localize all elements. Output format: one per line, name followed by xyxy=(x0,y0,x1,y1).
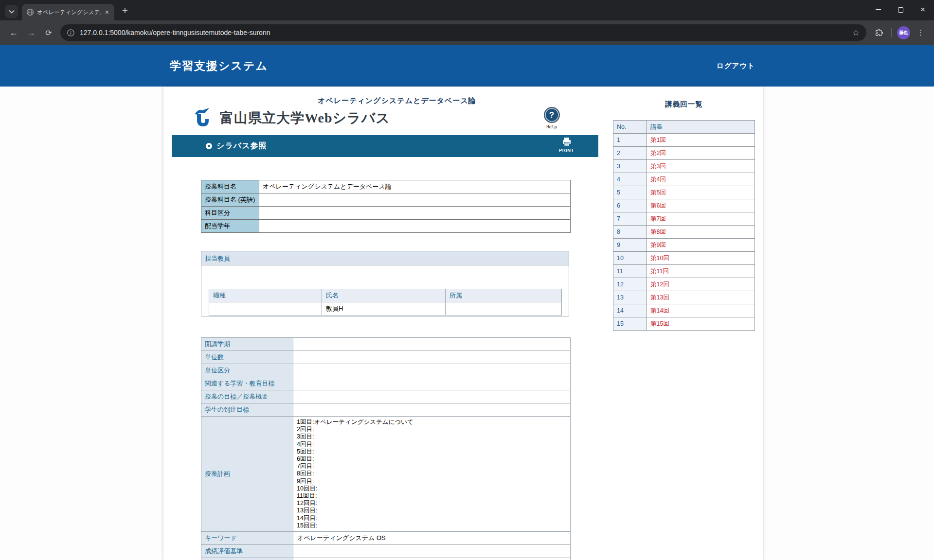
row-label: 科目区分 xyxy=(201,207,259,220)
row-value: オペレーティングシステムとデータベース論 xyxy=(259,180,571,193)
detail-row-value xyxy=(293,364,571,377)
lecture-no: 2 xyxy=(613,147,647,160)
browser-tab[interactable]: オペレーティングシステムとデータベース論 × xyxy=(22,4,114,20)
lecture-link[interactable]: 第13回 xyxy=(650,294,669,301)
lecture-link[interactable]: 第10回 xyxy=(650,255,669,262)
lecture-link[interactable]: 第12回 xyxy=(650,281,669,288)
lecture-link[interactable]: 第9回 xyxy=(650,242,666,248)
logout-link[interactable]: ログアウト xyxy=(717,61,755,70)
lecture-link-cell: 第10回 xyxy=(647,252,755,265)
detail-row: 授業の目標／授業概要 xyxy=(201,390,571,403)
maximize-icon xyxy=(898,7,903,13)
lecture-link-cell: 第2回 xyxy=(647,147,755,160)
lecture-link[interactable]: 第2回 xyxy=(650,150,666,157)
lecture-link[interactable]: 第8回 xyxy=(650,228,666,235)
lecture-link-cell: 第11回 xyxy=(647,265,755,278)
detail-row-value xyxy=(293,351,571,364)
profile-avatar[interactable]: 藤也 xyxy=(897,26,910,39)
lecture-link[interactable]: 第6回 xyxy=(650,202,666,209)
site-title: 富山県立大学Webシラバス xyxy=(220,109,390,127)
row-value xyxy=(259,207,571,220)
lecture-link[interactable]: 第5回 xyxy=(650,189,666,196)
lecture-link[interactable]: 第3回 xyxy=(650,163,666,170)
row-label: 授業科目名 xyxy=(201,180,259,193)
page-title: オペレーティングシステムとデータベース論 xyxy=(163,96,630,105)
staff-column-header: 所属 xyxy=(445,289,561,302)
bookmark-star-icon[interactable]: ☆ xyxy=(852,28,860,38)
help-button[interactable]: ? Help xyxy=(537,107,567,129)
detail-row: 成績評価基準 xyxy=(201,545,571,558)
back-button[interactable]: ← xyxy=(6,25,21,40)
close-window-button[interactable]: × xyxy=(912,0,934,19)
tab-search-button[interactable] xyxy=(5,5,18,18)
detail-row-label: 学生の到達目標 xyxy=(201,403,293,417)
lecture-link-cell: 第4回 xyxy=(647,173,755,186)
extensions-icon[interactable] xyxy=(875,28,883,37)
url-text[interactable]: 127.0.0.1:5000/kamoku/opere-tinngusisute… xyxy=(80,29,852,36)
lesson-plan-text: 1回目:オペレーティングシステムについて 2回目: 3回目: 4回目: 5回目:… xyxy=(297,419,568,529)
lecture-column-header: 講義 xyxy=(647,121,755,134)
detail-row: 関連する学習・教育目標 xyxy=(201,377,571,390)
lecture-row: 11第11回 xyxy=(613,265,755,278)
lecture-link-cell: 第13回 xyxy=(647,291,755,304)
app-title: 学習支援システム xyxy=(170,58,268,73)
lecture-link[interactable]: 第11回 xyxy=(650,268,669,275)
detail-row: 授業計画1回目:オペレーティングシステムについて 2回目: 3回目: 4回目: … xyxy=(201,417,571,532)
lecture-link-cell: 第8回 xyxy=(647,226,755,239)
lecture-row: 12第12回 xyxy=(613,278,755,291)
detail-row-label: 成績評価基準 xyxy=(201,545,293,558)
new-tab-button[interactable]: + xyxy=(118,4,132,18)
row-label: 授業科目名 (英語) xyxy=(201,193,259,207)
app-header: 学習支援システム ログアウト xyxy=(0,45,934,87)
lecture-row: 14第14回 xyxy=(613,304,755,317)
menu-dots-icon[interactable]: ⋮ xyxy=(917,28,924,37)
detail-row-label: 単位数 xyxy=(201,351,293,364)
lecture-link[interactable]: 第1回 xyxy=(650,137,666,143)
lecture-link[interactable]: 第7回 xyxy=(650,215,666,222)
site-info-icon[interactable] xyxy=(67,29,74,36)
university-logo-icon xyxy=(194,107,210,127)
lecture-row: 6第6回 xyxy=(613,199,755,212)
staff-row: 教員H xyxy=(209,302,562,315)
lecture-no: 3 xyxy=(613,160,647,173)
lecture-no: 14 xyxy=(613,304,647,317)
tab-close-icon[interactable]: × xyxy=(104,9,110,16)
syllabus-section-bar: シラバス参照 PRINT xyxy=(172,135,598,157)
ring-icon xyxy=(206,143,212,149)
detail-row-label: キーワード xyxy=(201,532,293,545)
lecture-no: 11 xyxy=(613,265,647,278)
forward-button[interactable]: → xyxy=(23,25,39,40)
lecture-header-row: No.講義 xyxy=(613,121,755,134)
url-bar[interactable]: 127.0.0.1:5000/kamoku/opere-tinngusisute… xyxy=(60,24,866,41)
staff-column-header: 氏名 xyxy=(322,289,446,302)
lecture-link[interactable]: 第15回 xyxy=(650,320,669,327)
reload-button[interactable]: ⟳ xyxy=(41,25,56,40)
lecture-link-cell: 第5回 xyxy=(647,186,755,199)
lecture-no: 6 xyxy=(613,199,647,212)
browser-toolbar: ← → ⟳ 127.0.0.1:5000/kamoku/opere-tinngu… xyxy=(0,20,934,45)
course-info-row: 科目区分 xyxy=(201,207,571,220)
help-label: Help xyxy=(537,124,567,129)
lecture-link-cell: 第9回 xyxy=(647,239,755,252)
printer-icon xyxy=(561,137,572,147)
lecture-no: 13 xyxy=(613,291,647,304)
lecture-row: 13第13回 xyxy=(613,291,755,304)
lecture-no: 8 xyxy=(613,226,647,239)
detail-row-value: 1回目:オペレーティングシステムについて 2回目: 3回目: 4回目: 5回目:… xyxy=(293,417,571,532)
lecture-link[interactable]: 第4回 xyxy=(650,176,666,183)
lecture-row: 9第9回 xyxy=(613,239,755,252)
detail-row-label: 開講学期 xyxy=(201,338,293,351)
detail-row-label: 教科書・参考書等 xyxy=(201,558,293,560)
print-button[interactable]: PRINT xyxy=(559,137,574,153)
minimize-button[interactable] xyxy=(867,0,889,19)
lecture-no: 12 xyxy=(613,278,647,291)
help-icon[interactable]: ? xyxy=(544,107,560,123)
section-bar-label: シラバス参照 xyxy=(216,141,267,151)
lecture-row: 2第2回 xyxy=(613,147,755,160)
lecture-link-cell: 第15回 xyxy=(647,317,755,331)
detail-row: 単位数 xyxy=(201,351,571,364)
detail-row-value xyxy=(293,545,571,558)
detail-row: キーワードオペレーティングシステム OS xyxy=(201,532,571,545)
lecture-link[interactable]: 第14回 xyxy=(650,307,669,314)
maximize-button[interactable] xyxy=(889,0,912,19)
